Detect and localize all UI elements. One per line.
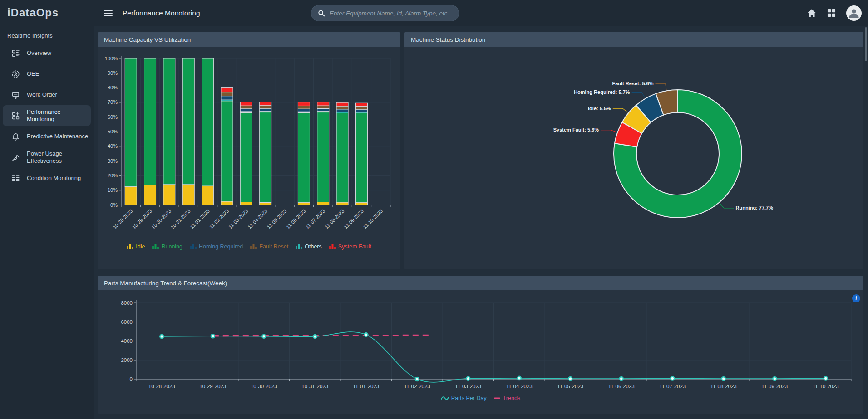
sidebar-item-label: Condition Monitoring: [27, 175, 81, 182]
sidebar: iDataOps Realtime Insights Overview OEE …: [0, 0, 94, 419]
svg-text:11-08-2023: 11-08-2023: [324, 208, 345, 230]
sidebar-item-overview[interactable]: Overview: [0, 43, 94, 63]
mini-bars-icon: [250, 244, 257, 249]
info-icon[interactable]: i: [852, 294, 860, 302]
svg-text:10-30-2023: 10-30-2023: [150, 208, 172, 230]
trend-line-chart[interactable]: 0200040006000800010-28-202310-29-202310-…: [98, 276, 863, 414]
capacity-bar-chart[interactable]: 0%10%20%30%40%50%60%70%80%90%100%10-28-2…: [98, 32, 400, 269]
work-order-icon: [11, 90, 20, 99]
svg-text:10-31-2023: 10-31-2023: [301, 384, 328, 389]
legend-item-running[interactable]: Running: [152, 244, 182, 250]
svg-text:Idle: 5.5%: Idle: 5.5%: [588, 106, 611, 111]
predictive-maintenance-icon: [11, 132, 20, 141]
page-title: Performance Monotoring: [123, 9, 200, 17]
legend-item-parts-per-day[interactable]: Parts Per Day: [441, 395, 487, 401]
svg-text:11-06-2023: 11-06-2023: [608, 384, 635, 389]
trend-card-header: Parts Manufacturing Trend & Forecast(Wee…: [98, 276, 863, 290]
svg-text:11-09-2023: 11-09-2023: [343, 208, 365, 230]
status-card-title: Machine Status Distribution: [411, 36, 485, 43]
svg-text:10%: 10%: [108, 187, 118, 193]
trend-card: Parts Manufacturing Trend & Forecast(Wee…: [98, 276, 863, 414]
legend-label: Running: [161, 244, 182, 250]
sidebar-item-predictive-maintenance[interactable]: Predictive Maintenance: [0, 126, 94, 147]
svg-text:30%: 30%: [108, 158, 118, 164]
scrollbar[interactable]: [865, 27, 867, 61]
legend-item-system-fault[interactable]: System Fault: [329, 244, 371, 250]
oee-icon: [11, 69, 20, 78]
sidebar-item-label: OEE: [27, 70, 39, 78]
svg-text:10-28-2023: 10-28-2023: [148, 384, 175, 389]
svg-text:6000: 6000: [121, 319, 133, 325]
search-icon: [318, 10, 325, 17]
legend-item-others[interactable]: Others: [296, 244, 322, 250]
sidebar-nav: Overview OEE Work Order Performance Moni…: [0, 43, 94, 189]
trend-card-title: Parts Manufacturing Trend & Forecast(Wee…: [104, 280, 227, 287]
svg-text:11-03-2023: 11-03-2023: [227, 208, 249, 230]
svg-text:11-07-2023: 11-07-2023: [659, 384, 686, 389]
legend-item-homing-required[interactable]: Homing Required: [190, 244, 243, 250]
svg-text:20%: 20%: [108, 173, 118, 178]
status-card: Machine Status Distribution Running: 77.…: [404, 32, 863, 269]
sidebar-item-performance-monitoring[interactable]: Performance Monitoring: [3, 105, 91, 126]
svg-text:10-30-2023: 10-30-2023: [251, 384, 277, 389]
svg-text:11-05-2023: 11-05-2023: [266, 208, 288, 230]
capacity-card-title: Machine Capacity VS Utilization: [104, 36, 191, 43]
user-avatar[interactable]: [846, 5, 862, 21]
svg-text:0: 0: [130, 376, 133, 382]
svg-text:Fault Reset: 5.6%: Fault Reset: 5.6%: [612, 81, 653, 86]
mini-bars-icon: [190, 244, 197, 249]
svg-text:11-10-2023: 11-10-2023: [362, 208, 384, 230]
home-icon[interactable]: [807, 9, 817, 18]
capacity-card-header: Machine Capacity VS Utilization: [98, 32, 400, 47]
sidebar-item-label: Power Usage Effectiveness: [27, 150, 90, 165]
mini-bars-icon: [296, 244, 302, 249]
sidebar-item-label: Overview: [27, 49, 51, 57]
svg-text:11-05-2023: 11-05-2023: [557, 384, 583, 389]
search-box[interactable]: [311, 5, 459, 21]
status-card-header: Machine Status Distribution: [404, 32, 863, 47]
app-logo: iDataOps: [7, 7, 59, 19]
svg-text:10-29-2023: 10-29-2023: [131, 208, 153, 230]
svg-text:11-03-2023: 11-03-2023: [455, 384, 481, 389]
trend-chart-legend: Parts Per Day Trends: [98, 395, 863, 401]
legend-label: Idle: [136, 244, 145, 250]
sidebar-item-oee[interactable]: OEE: [0, 63, 94, 84]
capacity-chart-legend: Idle Running Homing Required Fault Reset…: [98, 244, 400, 250]
svg-text:11-04-2023: 11-04-2023: [247, 208, 268, 230]
mini-bars-icon: [329, 244, 336, 249]
svg-text:11-09-2023: 11-09-2023: [761, 384, 788, 389]
svg-text:11-02-2023: 11-02-2023: [208, 208, 230, 230]
sidebar-item-condition-monitoring[interactable]: Condition Monitoring: [0, 168, 94, 189]
mini-bars-icon: [127, 244, 133, 249]
svg-text:2000: 2000: [121, 357, 133, 363]
topbar: Performance Monotoring: [94, 0, 868, 26]
svg-text:10-29-2023: 10-29-2023: [199, 384, 226, 389]
sidebar-item-label: Performance Monitoring: [27, 108, 87, 123]
apps-grid-icon[interactable]: [827, 8, 836, 18]
svg-text:90%: 90%: [108, 70, 118, 76]
sidebar-item-label: Work Order: [27, 91, 57, 98]
svg-text:Homing Required: 5.7%: Homing Required: 5.7%: [574, 89, 630, 95]
search-input[interactable]: [325, 10, 459, 17]
overview-icon: [11, 49, 20, 58]
power-usage-icon: [11, 153, 20, 162]
svg-text:11-01-2023: 11-01-2023: [189, 208, 211, 230]
svg-text:11-06-2023: 11-06-2023: [285, 208, 307, 230]
sidebar-item-power-usage-effectiveness[interactable]: Power Usage Effectiveness: [0, 147, 94, 168]
legend-item-fault-reset[interactable]: Fault Reset: [250, 244, 288, 250]
svg-text:8000: 8000: [121, 300, 133, 306]
svg-text:0%: 0%: [110, 202, 118, 208]
svg-text:80%: 80%: [108, 85, 118, 90]
legend-item-idle[interactable]: Idle: [127, 244, 145, 250]
performance-monitoring-icon: [11, 111, 20, 120]
menu-icon[interactable]: [104, 10, 113, 17]
legend-label: Others: [305, 244, 322, 250]
svg-text:11-02-2023: 11-02-2023: [404, 384, 430, 389]
status-donut-chart[interactable]: Running: 77.7%System Fault: 5.6%Idle: 5.…: [404, 32, 863, 269]
svg-text:11-07-2023: 11-07-2023: [304, 208, 326, 230]
legend-item-trends[interactable]: Trends: [494, 395, 520, 401]
svg-text:4000: 4000: [121, 338, 133, 344]
legend-label: Fault Reset: [259, 244, 288, 250]
svg-text:10-28-2023: 10-28-2023: [112, 208, 133, 230]
sidebar-item-work-order[interactable]: Work Order: [0, 84, 94, 105]
